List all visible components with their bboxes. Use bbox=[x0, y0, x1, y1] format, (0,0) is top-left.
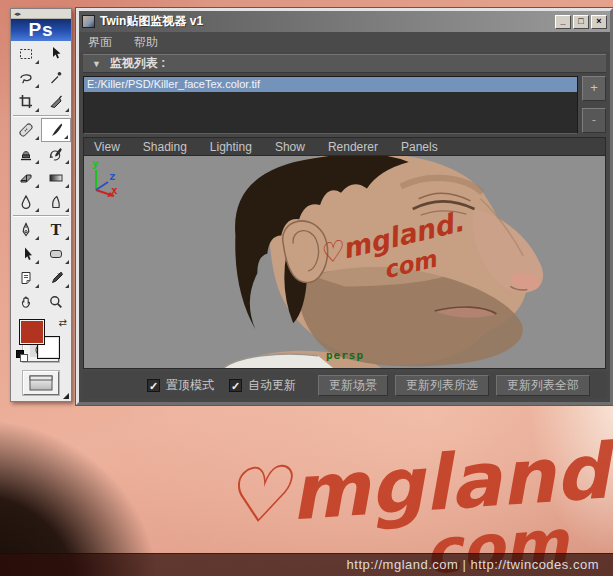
slice-tool[interactable] bbox=[41, 90, 71, 114]
topmost-checkbox[interactable]: ✓ bbox=[147, 379, 160, 392]
character-head-render: ♡mgland. com bbox=[84, 156, 605, 368]
menu-interface[interactable]: 界面 bbox=[88, 34, 112, 51]
path-selection-tool[interactable] bbox=[11, 242, 41, 266]
svg-text:y: y bbox=[92, 157, 99, 170]
blur-tool[interactable] bbox=[11, 190, 41, 214]
viewport-menubar: View Shading Lighting Show Renderer Pane… bbox=[83, 137, 606, 156]
crop-tool[interactable] bbox=[11, 90, 41, 114]
palette-resize-grip[interactable] bbox=[63, 393, 69, 399]
tool-group-divider bbox=[13, 215, 69, 217]
remove-item-button[interactable]: - bbox=[582, 108, 606, 133]
brush-tool[interactable] bbox=[41, 118, 71, 142]
notes-tool[interactable] bbox=[11, 266, 41, 290]
window-title: Twin贴图监视器 v1 bbox=[100, 13, 555, 30]
vp-menu-view[interactable]: View bbox=[94, 140, 120, 154]
tool-group-divider bbox=[13, 115, 69, 117]
vp-menu-shading[interactable]: Shading bbox=[143, 140, 187, 154]
collapse-arrow-icon[interactable]: ▼ bbox=[92, 59, 101, 69]
photoshop-logo: Ps bbox=[11, 19, 71, 41]
move-tool[interactable] bbox=[41, 42, 71, 66]
svg-text:z: z bbox=[109, 170, 116, 183]
list-buttons: + - bbox=[582, 76, 606, 134]
type-tool[interactable]: T bbox=[41, 218, 71, 242]
window-footer: ✓ 置顶模式 ✓ 自动更新 更新场景 更新列表所选 更新列表全部 bbox=[83, 372, 606, 399]
update-list-selected-button[interactable]: 更新列表所选 bbox=[395, 375, 489, 396]
menu-help[interactable]: 帮助 bbox=[134, 34, 158, 51]
monitor-list[interactable]: E:/Killer/PSD/Killer_faceTex.color.tif bbox=[83, 76, 578, 134]
window-menubar: 界面 帮助 bbox=[79, 32, 610, 52]
gradient-tool[interactable] bbox=[41, 166, 71, 190]
add-item-button[interactable]: + bbox=[582, 76, 606, 101]
shape-tool[interactable] bbox=[41, 242, 71, 266]
vp-menu-renderer[interactable]: Renderer bbox=[328, 140, 378, 154]
skin-writing-line1: ♡mgland. bbox=[219, 424, 613, 542]
autoupdate-checkbox[interactable]: ✓ bbox=[229, 379, 242, 392]
update-list-all-button[interactable]: 更新列表全部 bbox=[496, 375, 590, 396]
healing-brush-tool[interactable] bbox=[11, 118, 41, 142]
photoshop-toolbar: ◂▸ Ps bbox=[10, 8, 72, 402]
rectangular-marquee-tool[interactable] bbox=[11, 42, 41, 66]
twin-monitor-window: Twin贴图监视器 v1 _ □ × 界面 帮助 ▼ 监视列表 : E:/Kil… bbox=[76, 8, 613, 405]
zoom-tool[interactable] bbox=[41, 290, 71, 314]
screen-mode-button[interactable] bbox=[23, 371, 59, 395]
lasso-tool[interactable] bbox=[11, 66, 41, 90]
eyedropper-tool[interactable] bbox=[41, 266, 71, 290]
eraser-tool[interactable] bbox=[11, 166, 41, 190]
vp-menu-lighting[interactable]: Lighting bbox=[210, 140, 252, 154]
list-item-selected[interactable]: E:/Killer/PSD/Killer_faceTex.color.tif bbox=[84, 77, 577, 92]
minimize-button[interactable]: _ bbox=[555, 15, 571, 29]
clone-stamp-tool[interactable] bbox=[11, 142, 41, 166]
pen-tool[interactable] bbox=[11, 218, 41, 242]
history-brush-tool[interactable] bbox=[41, 142, 71, 166]
palette-grip-icon[interactable]: ◂▸ bbox=[11, 9, 71, 19]
monitor-list-header[interactable]: ▼ 监视列表 : bbox=[83, 54, 606, 73]
update-scene-button[interactable]: 更新场景 bbox=[318, 375, 388, 396]
smudge-tool[interactable] bbox=[41, 190, 71, 214]
autoupdate-checkbox-label[interactable]: 自动更新 bbox=[248, 377, 296, 394]
maximize-button[interactable]: □ bbox=[573, 15, 589, 29]
svg-text:x: x bbox=[111, 184, 118, 197]
topmost-checkbox-label[interactable]: 置顶模式 bbox=[166, 377, 214, 394]
foreground-color-swatch[interactable] bbox=[19, 319, 45, 345]
3d-viewport[interactable]: ♡mgland. com y x z persp bbox=[83, 156, 606, 369]
swap-colors-icon[interactable]: ⇄ bbox=[59, 317, 67, 328]
camera-name-label: persp bbox=[326, 349, 364, 362]
close-button[interactable]: × bbox=[591, 15, 607, 29]
window-titlebar[interactable]: Twin贴图监视器 v1 _ □ × bbox=[79, 11, 610, 32]
vp-menu-show[interactable]: Show bbox=[275, 140, 305, 154]
magic-wand-tool[interactable] bbox=[41, 66, 71, 90]
hand-tool[interactable] bbox=[11, 290, 41, 314]
axis-gizmo-icon: y x z bbox=[84, 156, 130, 200]
tool-grid: T bbox=[11, 41, 71, 314]
monitor-list-title: 监视列表 : bbox=[110, 55, 165, 72]
default-colors-icon[interactable] bbox=[16, 350, 28, 362]
status-bar: http://mgland.com | http://twincodes.com bbox=[0, 553, 613, 576]
window-icon bbox=[82, 15, 95, 28]
color-swatches: ⇄ bbox=[11, 316, 71, 330]
vp-menu-panels[interactable]: Panels bbox=[401, 140, 438, 154]
svg-text:T: T bbox=[51, 222, 62, 238]
